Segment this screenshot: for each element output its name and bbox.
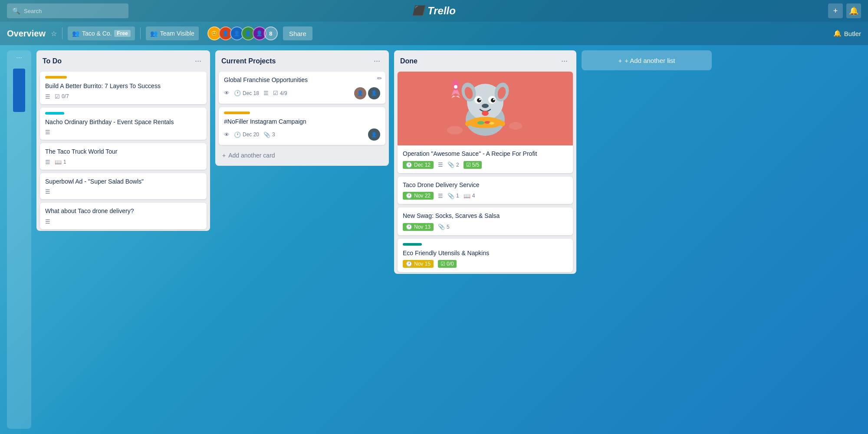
desc-icon: ☰ — [263, 90, 269, 96]
card-global-franchise[interactable]: ✏ Global Franchise Opportunities 👁 🕐 Dec… — [219, 72, 385, 104]
card-due: 🕐 Dec 20 — [234, 132, 259, 138]
list-done-menu[interactable]: ··· — [559, 56, 570, 66]
svg-point-13 — [493, 99, 495, 100]
desc-icon: ☰ — [45, 159, 50, 165]
list-todo-header: To Do ··· — [36, 50, 210, 70]
card-watch-icon: 👁 — [224, 90, 230, 96]
side-panel-bar — [13, 69, 25, 112]
card-meta: 👁 🕐 Dec 18 ☰ ☑ 4/9 👤 👤 — [224, 87, 380, 99]
clock-icon: 🕐 — [234, 90, 241, 96]
desc-icon: ☰ — [45, 218, 50, 225]
desc-icon: ☰ — [438, 161, 443, 168]
svg-point-10 — [477, 98, 481, 102]
avatar-count[interactable]: 8 — [264, 26, 278, 40]
clock-icon: 🕐 — [234, 132, 241, 138]
card-title: Taco Drone Delivery Service — [403, 181, 568, 190]
list-current-menu[interactable]: ··· — [371, 56, 383, 66]
checklist-icon: ☑ — [55, 93, 60, 100]
card-avatar-1: 👤 — [368, 128, 380, 141]
card-taco-truck[interactable]: The Taco Truck World Tour ☰ 📖 1 — [40, 143, 207, 170]
checklist-count: 0/7 — [62, 93, 69, 99]
list-todo: To Do ··· Build A Better Burrito: 7 Laye… — [36, 50, 210, 231]
card-meta: 🕐 Dec 12 ☰ 📎 2 ☑ 5/5 — [403, 161, 568, 169]
card-nacho-birthday[interactable]: Nacho Ordinary Birthday - Event Space Re… — [40, 108, 207, 140]
attachment-count: 3 — [272, 132, 275, 138]
card-meta: ☰ — [45, 188, 201, 195]
card-eco-friendly[interactable]: Eco Friendly Utensils & Napkins 🕐 Nov 15… — [398, 239, 573, 273]
star-button[interactable]: ☆ — [51, 30, 57, 38]
notifications-button[interactable]: 🔔 — [846, 3, 861, 18]
due-date: Nov 15 — [414, 261, 431, 267]
team-icon: 👥 — [150, 30, 158, 37]
search-box[interactable]: 🔍 Search — [7, 3, 128, 18]
svg-point-14 — [482, 104, 489, 108]
trello-board-icon: ⬛ — [412, 5, 424, 16]
plus-icon: + — [222, 152, 226, 159]
edit-icon[interactable]: ✏ — [377, 75, 382, 82]
workspace-icon: 👥 — [72, 30, 79, 37]
card-drone-delivery[interactable]: What about Taco drone delivery? ☰ — [40, 203, 207, 229]
eye-icon: 👁 — [224, 132, 230, 138]
card-title: What about Taco drone delivery? — [45, 207, 201, 216]
workspace-button[interactable]: 👥 Taco & Co. Free — [68, 26, 135, 40]
side-panel-menu[interactable]: ··· — [16, 54, 22, 62]
butler-button[interactable]: 🔔 Butler — [833, 30, 861, 37]
clock-icon: 🕐 — [406, 162, 412, 168]
card-awesome-sauce[interactable]: Operation "Awesome Sauce" - A Recipe For… — [398, 72, 573, 173]
free-badge: Free — [114, 30, 130, 37]
book-icon: 📖 — [55, 159, 62, 165]
list-done-body: Operation "Awesome Sauce" - A Recipe For… — [394, 70, 576, 274]
card-avatar-1: 👤 — [354, 87, 366, 99]
card-attachment: 📎 5 — [438, 224, 450, 230]
add-list-label: + Add another list — [625, 57, 675, 64]
paperclip-icon: 📎 — [438, 224, 445, 230]
board-header: Overview ☆ 👥 Taco & Co. Free 👥 Team Visi… — [0, 22, 868, 45]
card-build-burrito[interactable]: Build A Better Burrito: 7 Layers To Succ… — [40, 72, 207, 104]
card-checklist: ☑ 0/7 — [55, 93, 69, 100]
card-title: Superbowl Ad - "Super Salad Bowls" — [45, 178, 201, 186]
svg-point-12 — [479, 99, 481, 100]
card-label-cyan — [45, 112, 64, 115]
trello-logo: ⬛ Trello — [412, 5, 456, 17]
due-badge-done: 🕐 Dec 12 — [403, 161, 434, 169]
list-current-header: Current Projects ··· — [215, 50, 389, 70]
attachment-count: 5 — [447, 224, 450, 230]
checklist-count: 5/5 — [472, 162, 480, 168]
checklist-count: 0/0 — [447, 261, 454, 267]
desc-icon: ☰ — [438, 193, 443, 199]
list-todo-menu[interactable]: ··· — [192, 56, 204, 66]
add-card-button[interactable]: + Add another card — [217, 148, 387, 162]
card-meta: ☰ — [45, 129, 201, 135]
attachment-count: 1 — [63, 159, 66, 165]
card-nofiller[interactable]: #NoFiller Instagram Campaign 👁 🕐 Dec 20 … — [219, 107, 385, 145]
card-superbowl[interactable]: Superbowl Ad - "Super Salad Bowls" ☰ — [40, 173, 207, 200]
checklist-icon: ☑ — [441, 261, 445, 267]
team-visible-button[interactable]: 👥 Team Visible — [146, 26, 199, 40]
svg-point-11 — [491, 98, 495, 102]
due-date: Nov 22 — [414, 193, 431, 199]
card-desc-icon: ☰ — [45, 159, 50, 165]
card-taco-drone-service[interactable]: Taco Drone Delivery Service 🕐 Nov 22 ☰ 📎… — [398, 177, 573, 204]
attachment-count: 2 — [456, 162, 459, 168]
member-avatars: 😊 👤 👤 👤 👤 8 — [204, 26, 278, 40]
svg-point-17 — [477, 121, 484, 125]
svg-point-0 — [447, 126, 463, 135]
card-book: 📖 4 — [464, 193, 475, 199]
workspace-name: Taco & Co. — [82, 30, 112, 37]
search-icon: 🔍 — [12, 7, 20, 15]
card-checklist: ☑ 4/9 — [273, 90, 287, 96]
top-bar-right: + 🔔 — [828, 3, 861, 18]
card-body: Operation "Awesome Sauce" - A Recipe For… — [398, 145, 573, 173]
card-title: Eco Friendly Utensils & Napkins — [403, 249, 568, 258]
card-cover-image — [398, 72, 573, 145]
add-button[interactable]: + — [828, 3, 843, 18]
desc-icon: ☰ — [45, 93, 50, 100]
checklist-icon: ☑ — [466, 162, 471, 168]
card-label-orange — [45, 76, 67, 79]
card-meta: ☰ 📖 1 — [45, 159, 201, 165]
card-avatars: 👤 👤 — [354, 87, 380, 99]
share-button[interactable]: Share — [283, 26, 312, 40]
card-title: Global Franchise Opportunities — [224, 76, 380, 85]
add-list-button[interactable]: + + Add another list — [582, 50, 712, 70]
card-new-swag[interactable]: New Swag: Socks, Scarves & Salsa 🕐 Nov 1… — [398, 207, 573, 235]
